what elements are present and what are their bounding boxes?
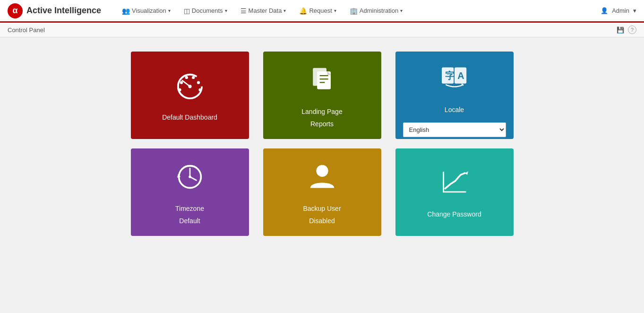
main-content: Default Dashboard Landing Page xyxy=(0,37,644,250)
chart-icon xyxy=(438,165,472,204)
administration-icon: 🏢 xyxy=(350,7,358,15)
tile-dashboard-label: Default Dashboard xyxy=(162,113,217,122)
user-caret-icon: ▾ xyxy=(633,7,636,14)
brand-name: Active Intelligence xyxy=(26,6,101,16)
visualization-icon: 👥 xyxy=(122,7,130,15)
breadcrumb-actions: 💾 ? xyxy=(617,26,636,34)
tile-locale-label: Locale xyxy=(445,105,464,115)
nav-label-documents: Documents xyxy=(192,7,223,14)
nav-items: 👥 Visualization ▾ ◫ Documents ▾ ☰ Master… xyxy=(116,4,601,17)
master-data-icon: ☰ xyxy=(240,7,247,15)
nav-item-visualization[interactable]: 👥 Visualization ▾ xyxy=(116,4,176,17)
chevron-down-icon: ▾ xyxy=(400,8,403,13)
help-icon[interactable]: ? xyxy=(628,26,636,34)
chevron-down-icon: ▾ xyxy=(334,8,336,13)
tile-default-dashboard[interactable]: Default Dashboard xyxy=(131,52,249,139)
timezone-icon xyxy=(173,160,207,199)
user-menu[interactable]: 👤 Admin ▾ xyxy=(601,7,636,14)
tile-backup-user[interactable]: Backup User Disabled xyxy=(263,148,381,236)
tiles-row-1: Default Dashboard Landing Page xyxy=(28,52,616,139)
tile-locale[interactable]: 字 A Locale English French Spanish German… xyxy=(395,52,514,139)
documents-tile-icon xyxy=(305,63,339,102)
svg-text:字: 字 xyxy=(445,70,455,81)
nav-label-visualization: Visualization xyxy=(132,7,166,14)
svg-marker-28 xyxy=(464,171,468,174)
tile-landing-label: Landing Page xyxy=(301,107,342,117)
svg-point-4 xyxy=(185,76,188,78)
user-icon: 👤 xyxy=(601,7,608,14)
svg-text:A: A xyxy=(457,70,464,81)
nav-item-master-data[interactable]: ☰ Master Data ▾ xyxy=(235,4,292,17)
user-tile-icon xyxy=(305,160,339,199)
breadcrumb-bar: Control Panel 💾 ? xyxy=(0,23,644,37)
svg-point-25 xyxy=(316,165,328,177)
nav-item-documents[interactable]: ◫ Documents ▾ xyxy=(178,4,233,17)
tiles-row-2: Timezone Default Backup User Disabled xyxy=(28,148,616,236)
tile-backup-sub: Disabled xyxy=(309,217,335,225)
navbar: α Active Intelligence 👥 Visualization ▾ … xyxy=(0,0,644,23)
tile-change-password-label: Change Password xyxy=(427,210,481,219)
nav-item-request[interactable]: 🔔 Request ▾ xyxy=(293,4,342,17)
locale-icon: 字 A xyxy=(438,61,472,100)
nav-label-administration: Administration xyxy=(360,7,398,14)
locale-select-wrap: English French Spanish German Japanese xyxy=(403,122,506,137)
tile-timezone[interactable]: Timezone Default xyxy=(131,148,249,236)
svg-point-7 xyxy=(198,88,201,91)
tile-backup-label: Backup User xyxy=(303,204,341,214)
tile-change-password[interactable]: Change Password xyxy=(395,148,514,236)
svg-point-2 xyxy=(178,88,181,91)
tile-landing-sub: Reports xyxy=(310,120,334,128)
chevron-down-icon: ▾ xyxy=(283,8,286,13)
chevron-down-icon: ▾ xyxy=(168,8,171,13)
svg-point-3 xyxy=(180,81,182,84)
tile-landing-page-reports[interactable]: Landing Page Reports xyxy=(263,52,381,139)
save-icon[interactable]: 💾 xyxy=(617,26,624,34)
nav-label-master-data: Master Data xyxy=(249,7,282,14)
svg-point-9 xyxy=(188,85,191,88)
svg-point-5 xyxy=(192,76,195,78)
dashboard-icon xyxy=(173,69,207,107)
request-icon: 🔔 xyxy=(299,7,307,15)
svg-point-6 xyxy=(197,81,199,84)
nav-label-request: Request xyxy=(309,7,332,14)
user-label: Admin xyxy=(612,7,629,14)
tile-timezone-label: Timezone xyxy=(175,204,204,214)
brand-logo: α xyxy=(8,3,23,18)
documents-icon: ◫ xyxy=(184,7,190,15)
svg-point-23 xyxy=(189,175,191,178)
locale-select[interactable]: English French Spanish German Japanese xyxy=(403,122,506,137)
chevron-down-icon: ▾ xyxy=(225,8,227,13)
brand[interactable]: α Active Intelligence xyxy=(8,3,101,18)
breadcrumb: Control Panel xyxy=(8,26,45,34)
tile-timezone-sub: Default xyxy=(179,217,200,225)
nav-item-administration[interactable]: 🏢 Administration ▾ xyxy=(344,4,408,17)
